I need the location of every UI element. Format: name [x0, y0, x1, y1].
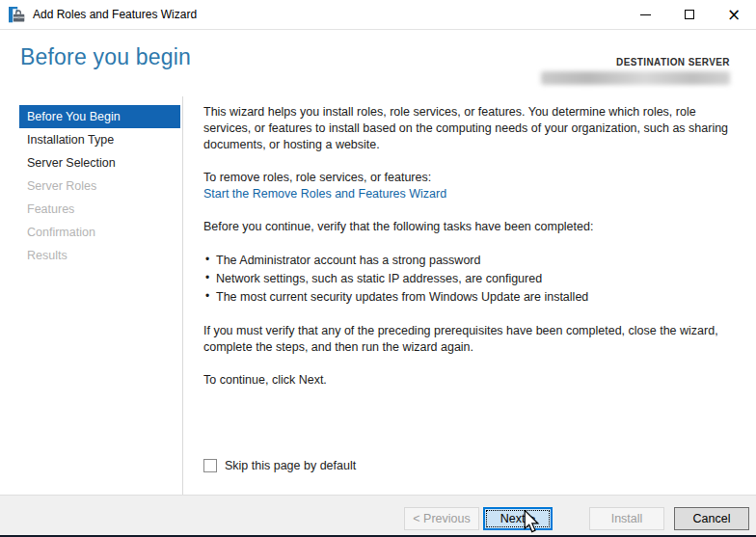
- title-bar: Add Roles and Features Wizard ×: [0, 0, 756, 30]
- server-manager-icon: [9, 7, 25, 23]
- sidebar-item-server-roles: Server Roles: [0, 175, 182, 198]
- remove-paragraph: To remove roles, role services, or featu…: [203, 170, 742, 202]
- task-item: The Administrator account has a strong p…: [205, 252, 742, 270]
- task-item: The most current security updates from W…: [205, 288, 742, 307]
- window-title: Add Roles and Features Wizard: [33, 8, 197, 21]
- sidebar-item-before-you-begin[interactable]: Before You Begin: [19, 105, 180, 128]
- cancel-button[interactable]: Cancel: [674, 507, 749, 530]
- wizard-footer: < Previous Next > Install Cancel: [0, 495, 756, 537]
- next-button[interactable]: Next >: [483, 507, 553, 530]
- page-content: This wizard helps you install roles, rol…: [184, 96, 756, 495]
- remove-roles-wizard-link[interactable]: Start the Remove Roles and Features Wiza…: [203, 187, 446, 201]
- note-paragraph: If you must verify that any of the prece…: [203, 323, 742, 356]
- remove-label: To remove roles, role services, or featu…: [203, 171, 431, 184]
- skip-page-checkbox[interactable]: [203, 459, 217, 472]
- sidebar-item-results: Results: [0, 244, 182, 267]
- wizard-body: Before You Begin Installation Type Serve…: [0, 96, 756, 495]
- task-item: Network settings, such as static IP addr…: [205, 270, 742, 288]
- page-title: Before you begin: [20, 44, 191, 70]
- close-icon: ×: [727, 7, 741, 23]
- skip-page-row: Skip this page by default: [203, 459, 356, 472]
- continue-hint: To continue, click Next.: [203, 372, 742, 389]
- intro-paragraph: This wizard helps you install roles, rol…: [203, 104, 742, 153]
- maximize-button[interactable]: [667, 0, 712, 29]
- destination-server-name-redacted: [541, 71, 730, 85]
- window-controls: ×: [623, 0, 756, 29]
- install-button: Install: [589, 507, 664, 530]
- wizard-window: Add Roles and Features Wizard × Before y…: [0, 0, 756, 537]
- destination-server-label: DESTINATION SERVER: [616, 57, 730, 67]
- wizard-steps-sidebar: Before You Begin Installation Type Serve…: [0, 96, 183, 495]
- minimize-button[interactable]: [623, 0, 667, 29]
- previous-button: < Previous: [404, 507, 479, 530]
- wizard-header: Before you begin DESTINATION SERVER: [0, 31, 756, 96]
- skip-page-label: Skip this page by default: [225, 459, 356, 472]
- sidebar-item-confirmation: Confirmation: [0, 221, 182, 244]
- maximize-icon: [685, 10, 694, 19]
- verify-intro: Before you continue, verify that the fol…: [203, 219, 742, 235]
- minimize-icon: [640, 14, 651, 15]
- close-button[interactable]: ×: [712, 0, 756, 29]
- sidebar-item-features: Features: [0, 198, 182, 221]
- sidebar-item-server-selection[interactable]: Server Selection: [0, 151, 182, 175]
- prerequisite-task-list: The Administrator account has a strong p…: [205, 252, 742, 307]
- sidebar-item-installation-type[interactable]: Installation Type: [0, 128, 182, 151]
